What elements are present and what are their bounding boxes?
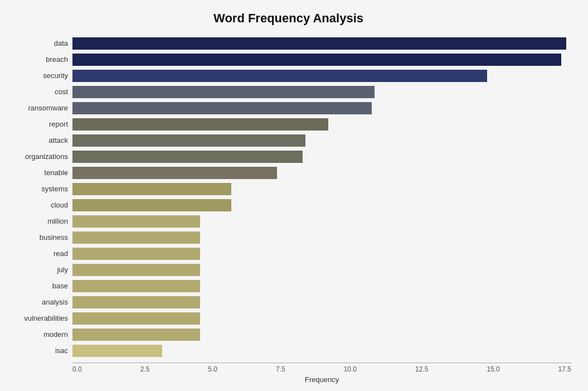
x-tick: 17.5 (558, 363, 571, 373)
bar-track (72, 312, 571, 325)
bar-track (72, 134, 571, 147)
x-tick: 15.0 (487, 363, 499, 373)
bar-track (72, 37, 571, 50)
bar-label: million (6, 217, 72, 225)
bar-fill (72, 199, 231, 211)
bar-fill (72, 37, 566, 50)
bar-fill (72, 329, 200, 341)
bar-label: analysis (6, 298, 72, 306)
bar-row: ransomware (6, 100, 571, 115)
x-tick: 12.5 (415, 363, 428, 373)
bar-fill (72, 134, 305, 147)
x-tick: 5.0 (208, 363, 217, 373)
bar-row: data (6, 36, 571, 51)
bar-label: ransomware (6, 104, 72, 112)
bar-fill (72, 248, 200, 260)
bar-label: tenable (6, 168, 72, 177)
bar-row: analysis (6, 295, 571, 310)
bar-fill (72, 345, 162, 357)
bar-fill (72, 231, 200, 244)
bar-track (72, 296, 571, 308)
x-tick: 2.5 (140, 363, 150, 373)
bar-track (72, 215, 571, 228)
bar-fill (72, 86, 375, 98)
bar-label: security (6, 71, 72, 80)
x-ticks: 0.02.55.07.510.012.515.017.5 (72, 363, 571, 373)
bar-label: vulnerabilities (6, 314, 72, 322)
bar-fill (72, 151, 303, 163)
bar-track (72, 264, 571, 276)
bar-fill (72, 296, 200, 308)
bar-fill (72, 102, 372, 114)
bar-track (72, 86, 571, 98)
bar-track (72, 183, 571, 195)
bar-track (72, 70, 571, 82)
bar-row: vulnerabilities (6, 311, 571, 326)
bar-row: million (6, 214, 571, 229)
bar-track (72, 248, 571, 260)
x-axis-area: 0.02.55.07.510.012.515.017.5 (72, 363, 571, 373)
bar-fill (72, 167, 277, 179)
chart-area: databreachsecuritycostransomwarereportat… (6, 36, 571, 349)
bar-track (72, 118, 571, 131)
chart-container: Word Frequency Analysis databreachsecuri… (0, 0, 588, 391)
bar-label: isac (6, 346, 72, 355)
bar-row: cost (6, 84, 571, 99)
bar-row: base (6, 278, 571, 293)
bar-label: business (6, 233, 72, 242)
x-tick: 7.5 (276, 363, 285, 373)
bar-row: security (6, 68, 571, 83)
bar-fill (72, 70, 487, 82)
bar-row: tenable (6, 165, 571, 180)
bar-label: base (6, 282, 72, 290)
bar-track (72, 199, 571, 211)
bar-fill (72, 312, 200, 325)
bar-row: breach (6, 52, 571, 67)
bar-track (72, 329, 571, 341)
bar-row: july (6, 262, 571, 277)
bar-fill (72, 280, 200, 292)
bar-label: systems (6, 185, 72, 193)
bar-row: systems (6, 181, 571, 196)
bar-track (72, 345, 571, 357)
bar-label: modern (6, 330, 72, 339)
bar-label: report (6, 120, 72, 128)
bar-row: report (6, 117, 571, 132)
chart-title: Word Frequency Analysis (6, 11, 571, 26)
bar-row: business (6, 230, 571, 245)
bar-label: data (6, 39, 72, 47)
bar-label: july (6, 266, 72, 274)
bar-label: read (6, 249, 72, 258)
bar-fill (72, 215, 200, 228)
bar-track (72, 280, 571, 292)
x-tick: 0.0 (72, 363, 82, 373)
bar-label: attack (6, 136, 72, 144)
bar-fill (72, 183, 231, 195)
bar-row: modern (6, 327, 571, 342)
bar-row: read (6, 246, 571, 261)
bar-track (72, 167, 571, 179)
bar-fill (72, 264, 200, 276)
bar-label: organizations (6, 152, 72, 161)
bar-row: organizations (6, 149, 571, 164)
bar-label: cost (6, 88, 72, 96)
bar-label: cloud (6, 201, 72, 209)
x-tick: 10.0 (344, 363, 357, 373)
bar-track (72, 151, 571, 163)
bar-track (72, 102, 571, 114)
bar-track (72, 54, 571, 66)
bar-fill (72, 54, 561, 66)
bar-row: isac (6, 343, 571, 358)
bar-label: breach (6, 55, 72, 64)
bar-fill (72, 118, 328, 131)
bar-track (72, 231, 571, 244)
x-axis-label: Frequency (72, 375, 571, 384)
bar-row: cloud (6, 197, 571, 213)
bar-row: attack (6, 133, 571, 148)
